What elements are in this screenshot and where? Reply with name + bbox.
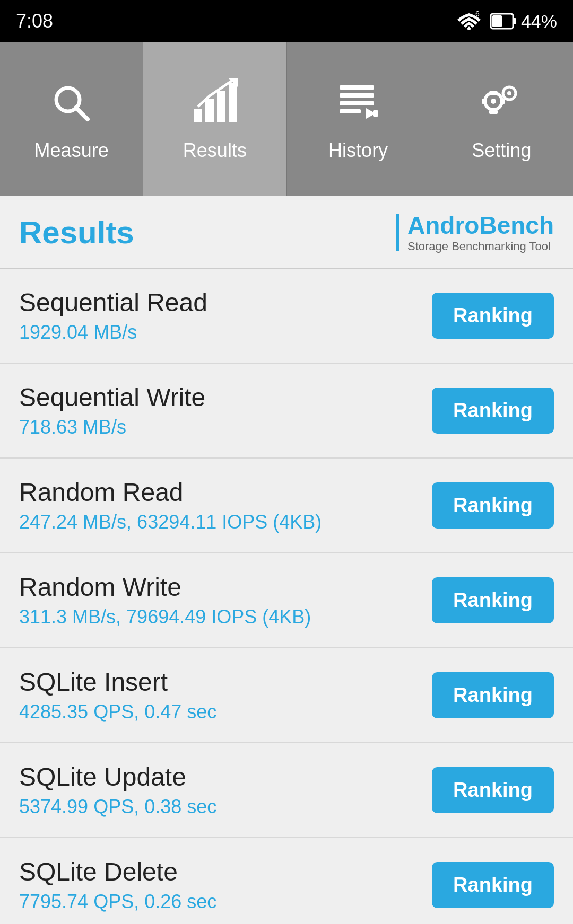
- svg-rect-3: [492, 15, 502, 27]
- benchmark-name: Sequential Read: [19, 288, 207, 317]
- brand-text: AndroBench Storage Benchmarking Tool: [407, 211, 554, 253]
- brand-subtitle: Storage Benchmarking Tool: [407, 240, 554, 253]
- results-icon: [191, 77, 239, 132]
- benchmark-info: Sequential Write 718.63 MB/s: [19, 383, 205, 438]
- benchmark-item: Random Write 311.3 MB/s, 79694.49 IOPS (…: [0, 553, 573, 648]
- tab-measure-label: Measure: [34, 139, 109, 162]
- brand-divider: [396, 214, 399, 251]
- svg-rect-8: [217, 91, 225, 122]
- benchmark-value: 1929.04 MB/s: [19, 321, 207, 344]
- svg-rect-2: [513, 18, 516, 24]
- svg-rect-6: [194, 109, 202, 122]
- tab-history-label: History: [328, 139, 388, 162]
- ranking-button[interactable]: Ranking: [432, 862, 554, 908]
- status-right: 6 44%: [456, 9, 557, 34]
- svg-rect-24: [501, 99, 505, 104]
- setting-icon: [478, 77, 525, 132]
- tab-setting-label: Setting: [472, 139, 531, 162]
- benchmark-item: Sequential Write 718.63 MB/s Ranking: [0, 364, 573, 459]
- benchmark-name: SQLite Delete: [19, 857, 216, 886]
- benchmark-value: 4285.35 QPS, 0.47 sec: [19, 701, 216, 723]
- benchmark-item: SQLite Delete 7795.74 QPS, 0.26 sec Rank…: [0, 838, 573, 924]
- results-header: Results AndroBench Storage Benchmarking …: [0, 196, 573, 269]
- svg-rect-21: [489, 91, 498, 95]
- brand-part2: Bench: [479, 212, 554, 239]
- benchmark-item: SQLite Update 5374.99 QPS, 0.38 sec Rank…: [0, 743, 573, 838]
- benchmark-value: 5374.99 QPS, 0.38 sec: [19, 796, 216, 818]
- benchmark-name: Sequential Write: [19, 383, 205, 412]
- benchmark-name: SQLite Update: [19, 762, 216, 791]
- benchmark-name: SQLite Insert: [19, 667, 216, 697]
- ranking-button[interactable]: Ranking: [432, 293, 554, 339]
- benchmark-info: SQLite Delete 7795.74 QPS, 0.26 sec: [19, 857, 216, 913]
- brand-part1: Andro: [407, 212, 479, 239]
- measure-icon: [48, 77, 96, 132]
- benchmark-info: SQLite Update 5374.99 QPS, 0.38 sec: [19, 762, 216, 818]
- tab-setting[interactable]: Setting: [430, 42, 573, 196]
- svg-rect-16: [373, 110, 378, 117]
- battery-icon: 44%: [490, 11, 557, 32]
- svg-rect-22: [489, 110, 498, 114]
- benchmark-info: Random Write 311.3 MB/s, 79694.49 IOPS (…: [19, 573, 311, 628]
- tab-results[interactable]: Results: [143, 42, 286, 196]
- brand-name: AndroBench: [407, 211, 554, 240]
- wifi-icon: 6: [456, 9, 482, 34]
- svg-rect-12: [340, 93, 374, 98]
- tab-results-label: Results: [183, 139, 247, 162]
- nav-tabs: Measure Results: [0, 42, 573, 196]
- benchmark-list: Sequential Read 1929.04 MB/s Ranking Seq…: [0, 269, 573, 924]
- benchmark-info: Random Read 247.24 MB/s, 63294.11 IOPS (…: [19, 478, 322, 533]
- svg-rect-13: [340, 101, 374, 105]
- benchmark-info: SQLite Insert 4285.35 QPS, 0.47 sec: [19, 667, 216, 723]
- svg-rect-11: [340, 85, 374, 90]
- tab-measure[interactable]: Measure: [0, 42, 143, 196]
- ranking-button[interactable]: Ranking: [432, 767, 554, 813]
- benchmark-value: 718.63 MB/s: [19, 416, 205, 438]
- brand-container: AndroBench Storage Benchmarking Tool: [396, 211, 554, 253]
- ranking-button[interactable]: Ranking: [432, 388, 554, 434]
- history-icon: [334, 77, 382, 132]
- tab-history[interactable]: History: [287, 42, 430, 196]
- benchmark-value: 311.3 MB/s, 79694.49 IOPS (4KB): [19, 606, 311, 628]
- benchmark-info: Sequential Read 1929.04 MB/s: [19, 288, 207, 344]
- benchmark-name: Random Read: [19, 478, 322, 507]
- svg-rect-23: [482, 99, 485, 104]
- svg-line-5: [76, 108, 88, 119]
- benchmark-value: 247.24 MB/s, 63294.11 IOPS (4KB): [19, 511, 322, 533]
- ranking-button[interactable]: Ranking: [432, 672, 554, 718]
- ranking-button[interactable]: Ranking: [432, 577, 554, 623]
- benchmark-value: 7795.74 QPS, 0.26 sec: [19, 891, 216, 913]
- svg-rect-7: [205, 99, 214, 122]
- benchmark-item: Random Read 247.24 MB/s, 63294.11 IOPS (…: [0, 459, 573, 553]
- battery-percent: 44%: [521, 11, 557, 32]
- svg-point-18: [491, 99, 496, 104]
- svg-rect-14: [340, 109, 361, 113]
- ranking-button[interactable]: Ranking: [432, 482, 554, 529]
- svg-point-20: [507, 91, 511, 95]
- benchmark-item: Sequential Read 1929.04 MB/s Ranking: [0, 269, 573, 364]
- svg-text:6: 6: [475, 10, 480, 18]
- results-page-title: Results: [19, 214, 134, 251]
- status-bar: 7:08 6 44%: [0, 0, 573, 42]
- svg-rect-9: [229, 83, 237, 122]
- status-time: 7:08: [16, 10, 53, 32]
- benchmark-name: Random Write: [19, 573, 311, 602]
- benchmark-item: SQLite Insert 4285.35 QPS, 0.47 sec Rank…: [0, 648, 573, 743]
